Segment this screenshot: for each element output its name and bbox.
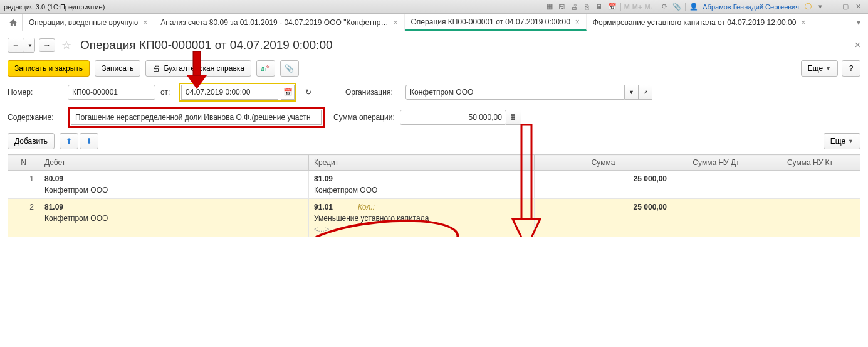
date-highlight: 04.07.2019 0:00:00 📅 [179,83,296,102]
table-row[interactable]: 2 81.09 Конфетпром ООО 91.01 Кол.: Умень… [8,199,860,237]
close-tab-icon[interactable]: × [394,18,398,27]
tab-capital-formation[interactable]: Формирование уставного капитала от 04.07… [587,14,813,31]
button-label: Еще [830,137,845,146]
nav-forward-button[interactable]: → [39,38,55,52]
favorite-icon[interactable]: ☆ [61,38,71,52]
org-open-button[interactable]: ↗ [639,85,652,100]
chevron-down-icon: ▼ [848,138,854,144]
attach-button[interactable]: 📎 [280,60,299,77]
tab-account-analysis[interactable]: Анализ счета 80.09 за 01.01.2019 - 04.07… [154,14,404,31]
tabs: Операции, введенные вручную× Анализ счет… [0,14,868,31]
cell-debit: 81.09 Конфетпром ООО [39,199,309,237]
tab-label: Операция КП00-000001 от 04.07.2019 0:00:… [411,18,570,26]
cell-sum-nu-dt[interactable] [672,199,760,237]
calendar-icon[interactable]: 📅 [607,2,617,12]
tabs-overflow[interactable]: ▾ [812,14,864,31]
home-icon [9,18,18,27]
nav-back-forward: ← ▼ [8,38,35,53]
table-row[interactable]: 1 80.09 Конфетпром ООО 81.09 Конфетпром … [8,171,860,199]
save-button[interactable]: Записать [95,60,140,77]
calculator-button[interactable]: 🖩 [506,110,521,125]
table-header-row: N Дебет Кредит Сумма Сумма НУ Дт Сумма Н… [8,155,860,171]
debit-account: 80.09 [44,174,303,183]
cell-sum-nu-dt [672,171,760,199]
nav-back-button[interactable]: ← [8,38,24,52]
add-row-button[interactable]: Добавить [8,133,55,149]
col-sum[interactable]: Сумма [535,155,672,171]
from-label: от: [160,88,174,97]
debit-account: 81.09 [44,203,303,211]
content-highlight: Погашение нераспределенной доли Иванова … [68,107,325,128]
cell-n: 1 [8,171,39,199]
col-credit[interactable]: Кредит [309,155,535,171]
number-input[interactable]: КП00-000001 [68,85,155,100]
chevron-down-icon: ▼ [825,65,831,72]
credit-subconto: Конфетпром ООО [314,186,529,195]
org-select[interactable]: Конфетпром ООО [405,85,625,100]
printer-icon: 🖨 [152,64,160,73]
col-sum-nu-kt[interactable]: Сумма НУ Кт [760,155,860,171]
compare-icon[interactable]: ⎘ [582,2,592,12]
attach-icon[interactable]: 📎 [672,2,682,12]
main-toolbar: Записать и закрыть Записать 🖨 Бухгалтерс… [8,60,860,77]
minimize-icon[interactable]: — [828,2,838,12]
date-refresh-button[interactable]: ↻ [301,85,315,100]
calculator-icon[interactable]: 🖩 [595,2,605,12]
more-button[interactable]: Еще▼ [801,60,838,77]
table-more-button[interactable]: Еще▼ [824,133,860,149]
org-dropdown-button[interactable]: ▼ [625,85,639,100]
home-tab[interactable] [4,14,23,31]
entries-table: N Дебет Кредит Сумма Сумма НУ Дт Сумма Н… [8,154,860,237]
col-debit[interactable]: Дебет [39,155,309,171]
sum-label: Сумма операции: [333,113,395,122]
dropdown-icon[interactable]: ▾ [815,2,825,12]
close-tab-icon[interactable]: × [143,18,147,27]
close-tab-icon[interactable]: × [575,18,580,26]
tab-manual-operations[interactable]: Операции, введенные вручную× [23,14,154,31]
close-tab-icon[interactable]: × [801,18,805,27]
dtkt-icon: ДтКт [261,64,271,73]
table-toolbar: Добавить ⬆ ⬇ Еще▼ [8,133,860,149]
save-and-close-button[interactable]: Записать и закрыть [8,60,90,77]
calendar-picker-button[interactable]: 📅 [281,85,295,100]
move-down-button[interactable]: ⬇ [80,133,98,149]
close-window-icon[interactable]: ✕ [853,2,863,12]
close-page-icon[interactable]: × [855,40,860,51]
print-icon[interactable]: 🖨 [570,2,580,12]
tab-operation-kp00[interactable]: Операция КП00-000001 от 04.07.2019 0:00:… [405,14,587,31]
debit-subconto: Конфетпром ООО [44,186,303,195]
app-titlebar: редакция 3.0 (1С:Предприятие) ▦ 🖫 🖨 ⎘ 🖩 … [0,0,868,14]
sum-input[interactable]: 50 000,00 [400,110,506,125]
credit-account: 81.09 [314,174,529,183]
maximize-icon[interactable]: ▢ [840,2,850,12]
credit-account: 91.01 [314,203,333,211]
cell-credit: 81.09 Конфетпром ООО [309,171,535,199]
move-up-button[interactable]: ⬆ [60,133,78,149]
debit-subconto: Конфетпром ООО [44,214,303,223]
save-icon[interactable]: 🖫 [557,2,567,12]
col-n[interactable]: N [8,155,39,171]
nav-back-menu[interactable]: ▼ [26,38,34,52]
col-sum-nu-dt[interactable]: Сумма НУ Дт [672,155,760,171]
reload-icon[interactable]: ⟳ [659,2,669,12]
content-input[interactable]: Погашение нераспределенной доли Иванова … [71,110,322,125]
print-preview-icon[interactable]: ▦ [545,2,555,12]
cell-sum: 25 000,00 [535,171,672,199]
credit-qty-label: Кол.: [358,203,375,211]
m-plus-button[interactable]: M+ [632,3,642,11]
current-user[interactable]: Абрамов Геннадий Сергеевич [703,3,799,11]
number-label: Номер: [8,88,63,97]
help-button[interactable]: ? [842,60,860,77]
page-header: ← ▼ → ☆ Операция КП00-000001 от 04.07.20… [8,38,860,53]
form-row-content: Содержание: Погашение нераспределенной д… [8,107,860,128]
button-label: Еще [808,64,823,73]
m-minus-button[interactable]: M- [644,3,652,11]
m-button[interactable]: M [624,3,630,11]
button-label: Бухгалтерская справка [164,64,244,73]
accounting-report-button[interactable]: 🖨 Бухгалтерская справка [145,60,251,77]
date-input[interactable]: 04.07.2019 0:00:00 [181,85,278,100]
tab-label: Анализ счета 80.09 за 01.01.2019 - 04.07… [160,18,388,27]
tab-label: Формирование уставного капитала от 04.07… [593,18,797,27]
dt-kt-button[interactable]: ДтКт [256,60,275,77]
info-icon[interactable]: ⓘ [803,2,813,12]
